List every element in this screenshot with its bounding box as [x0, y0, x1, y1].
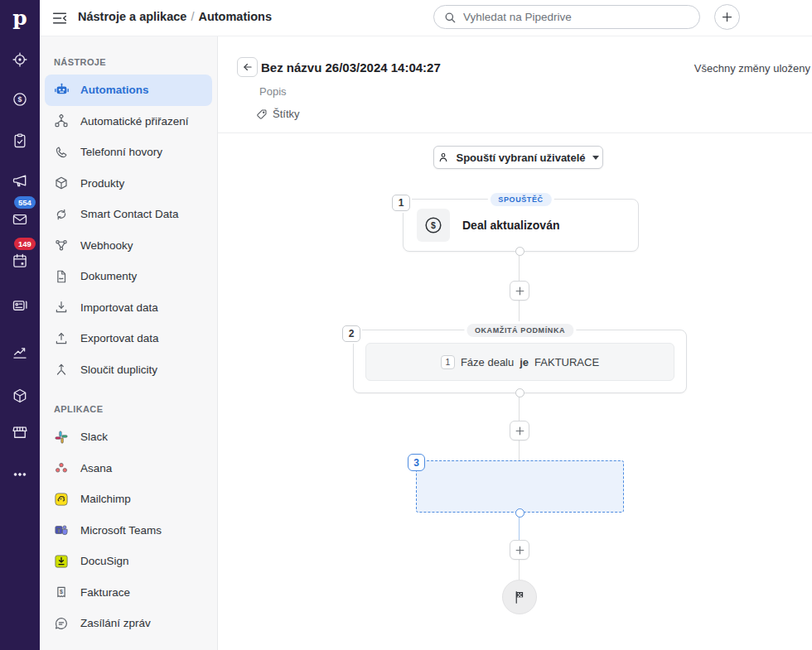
line-chart-icon — [12, 344, 28, 360]
global-search[interactable] — [433, 5, 700, 29]
rail-item-deals[interactable]: $ — [0, 83, 40, 116]
megaphone-icon — [12, 172, 28, 189]
rail-item-campaigns[interactable] — [0, 164, 40, 197]
search-icon — [443, 11, 457, 24]
sidebar-item-produkty[interactable]: Produkty — [45, 168, 212, 200]
robot-icon — [53, 82, 70, 99]
sidebar-item-mailchimp[interactable]: Mailchimp — [45, 484, 212, 515]
checkered-flag-icon — [512, 590, 527, 604]
add-step-button-1[interactable] — [510, 281, 529, 301]
search-input[interactable] — [463, 11, 699, 23]
add-step-button-3[interactable] — [510, 540, 529, 560]
empty-action-node[interactable]: 3 — [416, 460, 624, 513]
import-icon — [53, 299, 70, 315]
envelope-icon — [12, 211, 28, 228]
nav-rail: p $ 554 149 — [0, 0, 40, 650]
calendar-icon — [12, 253, 28, 269]
assignment-icon — [53, 113, 70, 129]
rail-item-contacts[interactable] — [0, 288, 40, 321]
sidebar-item-label: Fakturace — [80, 586, 130, 599]
sidebar-item-docusign[interactable]: DocuSign — [45, 546, 212, 577]
sidebar-item-label: Zasílání zpráv — [80, 617, 151, 629]
connector-circle — [515, 247, 524, 256]
ellipsis-icon — [12, 466, 28, 483]
tools-sidebar: NÁSTROJE Automations Automatické přiřaze… — [40, 36, 218, 650]
collapse-sidebar-button[interactable] — [51, 10, 70, 26]
sidebar-item-label: Sloučit duplicity — [80, 364, 157, 376]
rail-item-mail[interactable]: 554 — [0, 203, 40, 236]
sidebar-item-label: Dokumenty — [80, 270, 137, 282]
sidebar-item-webhooky[interactable]: Webhooky — [45, 230, 212, 262]
connector-line — [519, 252, 520, 282]
quick-add-button[interactable] — [714, 4, 740, 30]
trigger-node-title: Deal aktualizován — [462, 219, 560, 232]
labels-field[interactable]: Štítky — [256, 108, 300, 120]
add-step-button-2[interactable] — [510, 421, 529, 441]
sidebar-item-label: Webhooky — [80, 239, 133, 252]
plus-icon — [515, 545, 525, 556]
collapse-menu-icon — [51, 11, 70, 26]
automation-title[interactable]: Bez názvu 26/03/2024 14:04:27 — [261, 60, 441, 75]
teams-logo-icon: T — [53, 522, 70, 538]
condition-operator: je — [520, 356, 529, 368]
document-icon — [53, 268, 70, 285]
sidebar-item-label: Produkty — [80, 177, 124, 190]
sidebar-item-asana[interactable]: Asana — [45, 453, 212, 484]
condition-node[interactable]: 2 OKAMŽITÁ PODMÍNKA 1 Fáze dealu je FAKT… — [353, 330, 687, 393]
sidebar-item-exportovat-data[interactable]: Exportovat data — [45, 323, 212, 354]
connector-line — [519, 560, 520, 580]
sidebar-item-label: Telefonní hovory — [80, 146, 162, 158]
labels-placeholder: Štítky — [273, 108, 300, 120]
rail-item-products[interactable] — [0, 379, 40, 412]
sidebar-item-slack[interactable]: Slack — [45, 421, 212, 453]
sidebar-item-automaticke-prirazeni[interactable]: Automatické přiřazení — [45, 106, 212, 137]
rail-item-insights[interactable] — [0, 335, 40, 368]
description-field[interactable]: Popis — [259, 85, 287, 98]
sidebar-item-label: Automatické přiřazení — [80, 115, 189, 128]
back-button[interactable] — [237, 57, 258, 77]
mail-unread-badge: 554 — [14, 196, 36, 209]
rail-item-tasks[interactable] — [0, 124, 40, 157]
sidebar-item-automations[interactable]: Automations — [45, 75, 212, 106]
sidebar-item-label: Exportovat data — [80, 332, 159, 344]
rail-item-more[interactable] — [0, 458, 40, 491]
sidebar-item-sloucit-duplicity[interactable]: Sloučit duplicity — [45, 354, 212, 386]
mailchimp-logo-icon — [53, 491, 70, 508]
node-number-chip: 2 — [342, 325, 360, 342]
svg-text:$: $ — [60, 589, 63, 595]
sidebar-item-label: Importovat data — [80, 301, 158, 314]
sidebar-item-label: DocuSign — [80, 555, 129, 567]
sidebar-item-dokumenty[interactable]: Dokumenty — [45, 261, 212, 292]
rail-item-marketplace[interactable] — [0, 416, 40, 449]
rail-item-activities[interactable]: 149 — [0, 244, 40, 277]
breadcrumb-section[interactable]: Nástroje a aplikace — [78, 10, 186, 23]
breadcrumb-current: Automations — [198, 10, 272, 23]
sidebar-item-microsoft-teams[interactable]: T Microsoft Teams — [45, 515, 212, 546]
sidebar-item-importovat-data[interactable]: Importovat data — [45, 292, 212, 324]
trigger-mode-dropdown[interactable]: Spouští vybraní uživatelé — [433, 146, 603, 169]
svg-text:$: $ — [431, 220, 436, 230]
sidebar-item-label: Automations — [80, 84, 149, 96]
sidebar-item-fakturace[interactable]: $ Fakturace — [45, 577, 212, 609]
trigger-node[interactable]: 1 SPOUŠTĚČ $ Deal aktualizován — [403, 199, 639, 252]
condition-index-chip: 1 — [441, 355, 455, 369]
phone-icon — [53, 144, 70, 161]
section-label-apps: APLIKACE — [40, 397, 217, 421]
sidebar-item-label: Mailchimp — [80, 493, 131, 505]
dollar-circle-icon: $ — [423, 215, 443, 235]
export-icon — [53, 330, 70, 347]
plus-icon — [721, 11, 733, 23]
contact-card-icon — [12, 296, 28, 313]
sidebar-item-label: Asana — [80, 462, 112, 474]
sidebar-item-zasilani-zprav[interactable]: Zasílání zpráv — [45, 608, 212, 639]
node-number-chip: 1 — [392, 195, 410, 211]
sync-icon — [53, 206, 70, 223]
sidebar-item-telefonni-hovory[interactable]: Telefonní hovory — [45, 137, 212, 168]
dollar-circle-icon: $ — [12, 91, 28, 108]
sidebar-item-smart-contact-data[interactable]: Smart Contact Data — [45, 199, 212, 230]
tag-icon — [256, 108, 268, 120]
pipedrive-logo[interactable]: p — [0, 5, 40, 30]
workflow-end-node — [502, 580, 537, 614]
rail-item-leads[interactable] — [0, 43, 40, 76]
svg-text:$: $ — [18, 95, 22, 104]
